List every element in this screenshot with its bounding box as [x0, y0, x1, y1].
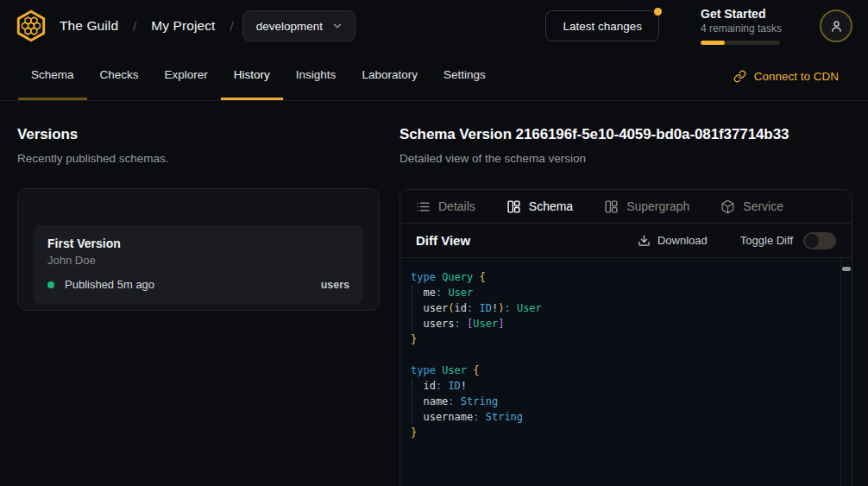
version-name: First Version	[47, 237, 349, 250]
list-icon	[416, 199, 431, 214]
code-line: user(id: ID!): User	[411, 300, 829, 316]
nav-tab-explorer[interactable]: Explorer	[152, 52, 221, 100]
version-detail-panel: DetailsSchemaSupergraphService Diff View…	[399, 189, 852, 486]
nav-tab-settings[interactable]: Settings	[431, 52, 499, 100]
version-list-item[interactable]: First Version John Doe Published 5m ago …	[34, 225, 363, 304]
detail-tab-supergraph[interactable]: Supergraph	[604, 199, 689, 214]
get-started-progress-fill	[701, 41, 725, 45]
code-scrollbar-thumb[interactable]	[842, 267, 851, 271]
columns-icon	[506, 199, 521, 214]
nav-tab-laboratory[interactable]: Laboratory	[349, 52, 431, 100]
nav-tab-checks[interactable]: Checks	[87, 52, 152, 100]
indent-guide	[412, 285, 412, 331]
graphql-schema-code: type Query { me: User user(id: ID!): Use…	[400, 258, 852, 449]
versions-subtitle: Recently published schemas.	[17, 151, 380, 167]
breadcrumb-separator: /	[133, 19, 136, 34]
code-line: }	[411, 425, 829, 440]
detail-tab-label: Supergraph	[626, 199, 689, 213]
code-line: id: ID!	[411, 378, 829, 394]
code-scrollbar-track[interactable]	[840, 258, 852, 486]
environment-select-value: development	[256, 20, 323, 33]
code-line	[411, 347, 829, 363]
breadcrumb: The Guild / My Project /	[60, 18, 234, 34]
top-header: The Guild / My Project / development Lat…	[0, 0, 868, 52]
download-label: Download	[657, 234, 708, 247]
version-detail-section: Schema Version 2166196f-5e10-4059-bd0a-0…	[399, 125, 852, 486]
detail-tab-label: Schema	[529, 199, 573, 213]
toggle-knob	[805, 234, 819, 248]
guild-hive-logo-icon[interactable]	[14, 9, 48, 43]
get-started-title: Get Started	[701, 7, 780, 21]
versions-sidebar: Versions Recently published schemas. Fir…	[17, 125, 380, 311]
nav-tabs: SchemaChecksExplorerHistoryInsightsLabor…	[18, 52, 499, 100]
detail-tab-service[interactable]: Service	[720, 199, 783, 214]
indent-guide	[412, 378, 412, 425]
environment-select[interactable]: development	[242, 10, 355, 41]
get-started-progress-bar	[701, 41, 780, 45]
detail-tab-schema[interactable]: Schema	[506, 199, 573, 214]
nav-tab-schema[interactable]: Schema	[18, 52, 87, 100]
link-icon	[733, 70, 746, 83]
toggle-diff-switch[interactable]	[803, 232, 836, 249]
code-line: users: [User]	[411, 316, 829, 331]
published-status-dot	[47, 281, 54, 288]
code-line: type Query {	[411, 269, 829, 285]
version-detail-tabs: DetailsSchemaSupergraphService	[400, 190, 852, 224]
columns-icon	[604, 199, 619, 214]
service-badge: users	[321, 279, 349, 291]
chevron-down-icon	[331, 20, 343, 32]
person-icon	[829, 19, 844, 34]
connect-to-cdn-button[interactable]: Connect to CDN	[733, 52, 839, 100]
toggle-diff-label: Toggle Diff	[740, 234, 793, 247]
latest-changes-button[interactable]: Latest changes	[545, 10, 659, 41]
nav-tab-insights[interactable]: Insights	[283, 52, 349, 100]
schema-version-title: Schema Version 2166196f-5e10-4059-bd0a-0…	[399, 125, 852, 144]
breadcrumb-separator: /	[230, 19, 234, 34]
target-nav: SchemaChecksExplorerHistoryInsightsLabor…	[0, 52, 868, 101]
code-line: username: String	[411, 409, 829, 425]
code-line: name: String	[411, 394, 829, 409]
detail-tab-label: Details	[438, 199, 475, 213]
cube-icon	[720, 199, 735, 214]
download-icon	[638, 234, 651, 247]
breadcrumb-project[interactable]: My Project	[151, 18, 215, 34]
notification-dot	[654, 8, 662, 16]
user-avatar[interactable]	[820, 9, 852, 42]
code-line: type User {	[411, 363, 829, 378]
code-line: me: User	[411, 285, 829, 300]
diff-view-title: Diff View	[416, 233, 470, 248]
versions-title: Versions	[17, 125, 380, 144]
version-author: John Doe	[47, 254, 349, 267]
schema-version-subtitle: Detailed view of the schema version	[399, 151, 852, 167]
get-started-subtitle: 4 remaining tasks	[701, 22, 780, 35]
download-button[interactable]: Download	[638, 234, 708, 247]
latest-changes-label: Latest changes	[563, 20, 642, 33]
code-line: }	[411, 331, 829, 347]
detail-tab-label: Service	[743, 199, 783, 213]
versions-list-card: First Version John Doe Published 5m ago …	[17, 188, 380, 311]
get-started-widget[interactable]: Get Started 4 remaining tasks	[701, 7, 780, 45]
published-status-text: Published 5m ago	[65, 278, 154, 291]
breadcrumb-org[interactable]: The Guild	[60, 18, 118, 34]
detail-tab-details[interactable]: Details	[416, 199, 475, 214]
connect-to-cdn-label: Connect to CDN	[754, 70, 839, 83]
diff-toolbar: Diff View Download Toggle Diff	[400, 224, 852, 258]
schema-code-viewer[interactable]: type Query { me: User user(id: ID!): Use…	[400, 258, 852, 486]
nav-tab-history[interactable]: History	[221, 52, 283, 100]
